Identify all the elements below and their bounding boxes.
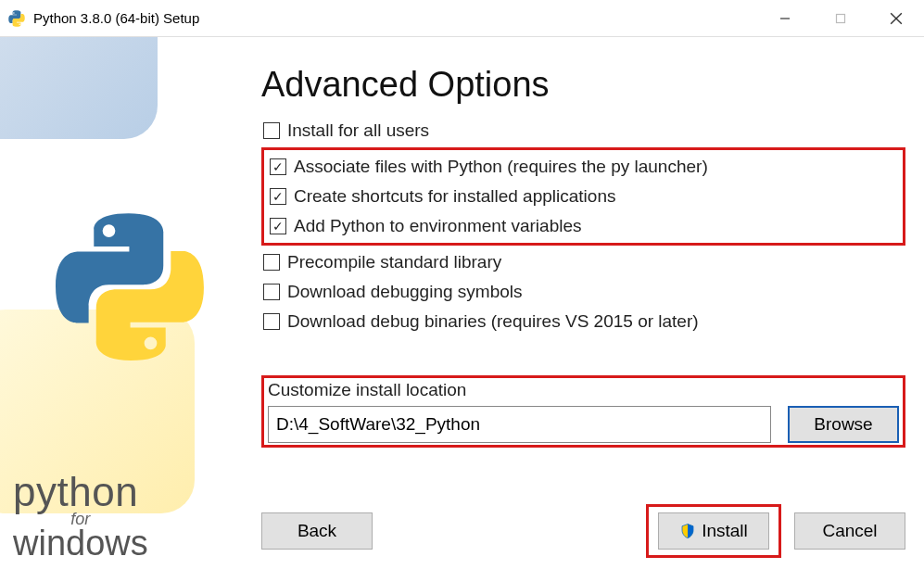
browse-button[interactable]: Browse <box>788 406 899 443</box>
window-controls <box>757 0 924 36</box>
option-precompile[interactable]: Precompile standard library <box>261 247 905 277</box>
highlight-box-location: Customize install location Browse <box>261 375 905 448</box>
footer-buttons: Back Install Cancel <box>261 504 905 558</box>
install-location-label: Customize install location <box>268 380 899 400</box>
option-label: Precompile standard library <box>287 252 501 272</box>
option-label: Download debug binaries (requires VS 201… <box>287 311 699 332</box>
option-create-shortcuts[interactable]: ✓ Create shortcuts for installed applica… <box>268 182 899 211</box>
brand-text: python for windows <box>13 469 148 563</box>
main-panel: Advanced Options Install for all users ✓… <box>252 37 924 569</box>
window-title: Python 3.8.0 (64-bit) Setup <box>33 10 757 26</box>
maximize-button <box>813 0 868 36</box>
page-title: Advanced Options <box>261 65 905 105</box>
checkbox-icon[interactable] <box>263 254 280 271</box>
cancel-button[interactable]: Cancel <box>794 512 905 550</box>
install-button-label: Install <box>702 521 748 541</box>
checkbox-icon[interactable]: ✓ <box>270 158 286 175</box>
titlebar: Python 3.8.0 (64-bit) Setup <box>0 0 924 37</box>
checkbox-icon[interactable] <box>263 284 280 300</box>
svg-rect-1 <box>837 14 845 22</box>
option-install-all-users[interactable]: Install for all users <box>261 116 905 145</box>
minimize-button[interactable] <box>757 0 813 36</box>
option-label: Add Python to environment variables <box>294 216 582 236</box>
option-download-debug-binaries[interactable]: Download debug binaries (requires VS 201… <box>261 307 905 336</box>
python-icon <box>7 9 26 28</box>
options-group: Install for all users ✓ Associate files … <box>261 116 905 336</box>
close-button[interactable] <box>868 0 924 36</box>
checkbox-icon[interactable]: ✓ <box>270 188 286 205</box>
option-download-debug-symbols[interactable]: Download debugging symbols <box>261 277 905 307</box>
checkbox-icon[interactable]: ✓ <box>270 218 286 234</box>
back-button[interactable]: Back <box>261 512 373 550</box>
side-panel: python for windows <box>0 37 252 569</box>
brand-line1: python <box>13 469 148 515</box>
option-label: Associate files with Python (requires th… <box>294 157 708 177</box>
option-associate-files[interactable]: ✓ Associate files with Python (requires … <box>268 152 899 182</box>
shield-icon <box>679 523 696 539</box>
decorative-blob <box>0 37 158 139</box>
install-button[interactable]: Install <box>658 512 769 550</box>
option-label: Create shortcuts for installed applicati… <box>294 186 615 207</box>
checkbox-icon[interactable] <box>263 313 280 330</box>
highlight-box-install: Install <box>646 504 781 558</box>
option-label: Download debugging symbols <box>287 282 523 302</box>
option-label: Install for all users <box>287 120 429 141</box>
python-logo-icon <box>56 213 204 361</box>
checkbox-icon[interactable] <box>263 122 280 139</box>
option-add-to-env[interactable]: ✓ Add Python to environment variables <box>268 211 899 241</box>
install-location-input[interactable] <box>268 406 771 443</box>
highlight-box: ✓ Associate files with Python (requires … <box>261 147 905 246</box>
brand-line3: windows <box>13 524 148 563</box>
